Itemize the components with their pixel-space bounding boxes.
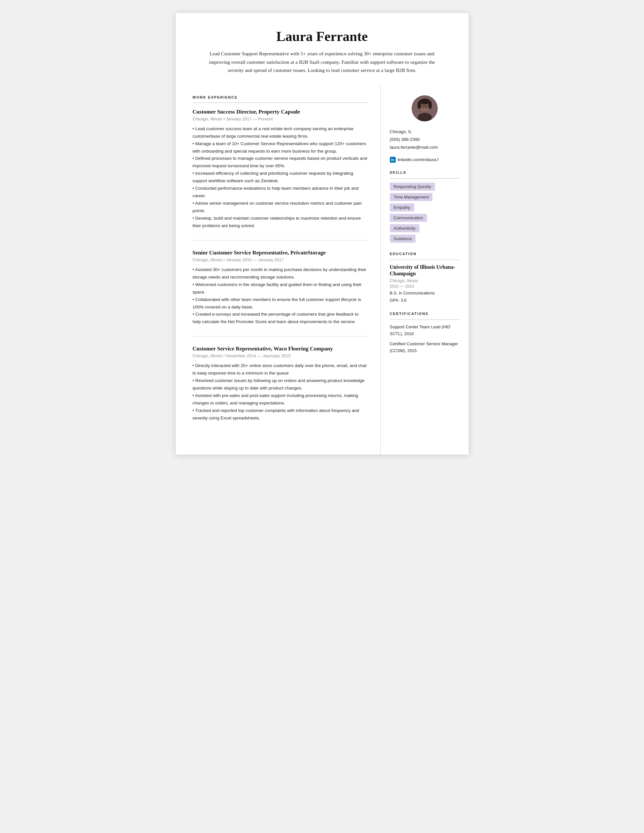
bullet-3-1: • Directly interacted with 20+ online st…	[193, 363, 367, 376]
skills-list: Responding Quickly Time Management Empat…	[390, 183, 459, 243]
bullet-1-6: • Advise senior management on customer s…	[193, 201, 362, 213]
header-summary: Lead Customer Support Representative wit…	[205, 50, 439, 74]
bullet-1-2: • Manage a team of 10+ Customer Service …	[193, 141, 366, 154]
bullet-2-1: • Assisted 30+ customers per month in ma…	[193, 267, 366, 280]
skill-6: Guidance	[390, 235, 416, 243]
bullet-2-4: • Created e-surveys and increased the pe…	[193, 312, 359, 324]
phone: (555) 389-2390	[390, 136, 459, 143]
job-meta-1: Chicago, Illinois • January 2017 — Prese…	[193, 116, 367, 121]
job-block-1: Customer Success Director, Property Caps…	[193, 109, 367, 240]
bullet-2-3: • Collaborated with other team members t…	[193, 297, 361, 309]
job-bullets-3: • Directly interacted with 20+ online st…	[193, 362, 367, 422]
job-title-3: Customer Service Representative, Waco Fl…	[193, 346, 367, 352]
skills-label: SKILLS	[390, 170, 459, 174]
job-meta-2: Chicago, Illinois • January 2015 — Janua…	[193, 257, 367, 262]
work-experience-label: WORK EXPERIENCE	[193, 95, 367, 99]
edu-gpa: GPA: 3.6	[390, 297, 459, 304]
skill-4: Communication	[390, 214, 427, 222]
bullet-1-4: • Increased efficiency of collecting and…	[193, 171, 353, 183]
linkedin-url: linkedin.com/in/laura.f	[398, 157, 439, 162]
edu-location: Chicago, Illinois	[390, 278, 459, 283]
header-section: Laura Ferrante Lead Customer Support Rep…	[176, 13, 469, 85]
svg-point-3	[419, 98, 430, 105]
cert-2: Certified Customer Service Manager (CCSM…	[390, 341, 459, 354]
edu-degree: B.S. in Communications	[390, 289, 459, 297]
svg-point-4	[417, 101, 421, 109]
bullet-1-5: • Conducted performance evaluations to h…	[193, 186, 359, 198]
sidebar: Chicago, IL (555) 389-2390 laura.ferrant…	[381, 85, 469, 371]
skill-2: Time Management	[390, 193, 433, 201]
contact-info: Chicago, IL (555) 389-2390 laura.ferrant…	[390, 128, 459, 152]
skill-1: Responding Quickly	[390, 183, 435, 191]
job-title-1: Customer Success Director, Property Caps…	[193, 109, 367, 115]
bullet-1-1: • Lead customer success team at a real e…	[193, 126, 354, 138]
city: Chicago, IL	[390, 128, 459, 136]
job-title-2: Senior Customer Service Representative, …	[193, 249, 367, 256]
job-bullets-1: • Lead customer success team at a real e…	[193, 125, 367, 230]
job-block-2: Senior Customer Service Representative, …	[193, 249, 367, 337]
bullet-2-2: • Welcomed customers in the storage faci…	[193, 282, 362, 294]
job-block-3: Customer Service Representative, Waco Fl…	[193, 346, 367, 433]
certifications-divider	[390, 320, 459, 320]
linkedin-icon: in	[390, 157, 396, 163]
work-section-divider	[193, 103, 367, 103]
email: laura.ferrante@mail.com	[390, 143, 459, 151]
skill-3: Empathy	[390, 203, 414, 212]
body-layout: WORK EXPERIENCE Customer Success Directo…	[176, 85, 469, 455]
svg-point-5	[428, 101, 432, 109]
bullet-3-4: • Tracked and reported top customer comp…	[193, 408, 359, 420]
bullet-1-3: • Defined processes to manage customer s…	[193, 156, 367, 168]
education-divider	[390, 260, 459, 260]
education-label: EDUCATION	[390, 252, 459, 256]
bullet-1-7: • Develop, build and maintain customer r…	[193, 216, 361, 228]
main-content: WORK EXPERIENCE Customer Success Directo…	[176, 85, 381, 455]
skill-5: Authenticity	[390, 224, 419, 232]
bullet-3-2: • Resolved customer issues by following …	[193, 378, 365, 391]
candidate-name: Laura Ferrante	[195, 29, 449, 44]
edu-school: University of Illinois Urbana-Champaign	[390, 264, 459, 278]
job-bullets-2: • Assisted 30+ customers per month in ma…	[193, 266, 367, 326]
avatar	[412, 95, 438, 121]
job-meta-3: Chicago, Illinois • November 2014 — Jaun…	[193, 353, 367, 358]
certifications-label: CERTIFICATIONS	[390, 312, 459, 316]
linkedin-row: in linkedin.com/in/laura.f	[390, 157, 459, 163]
cert-1: Support Center Team Lead (HID SCTL), 201…	[390, 324, 459, 338]
bullet-3-3: • Assisted with pre-sales and post-sales…	[193, 393, 358, 405]
edu-years: 2010 — 2014	[390, 284, 459, 289]
resume-page: Laura Ferrante Lead Customer Support Rep…	[176, 13, 469, 455]
